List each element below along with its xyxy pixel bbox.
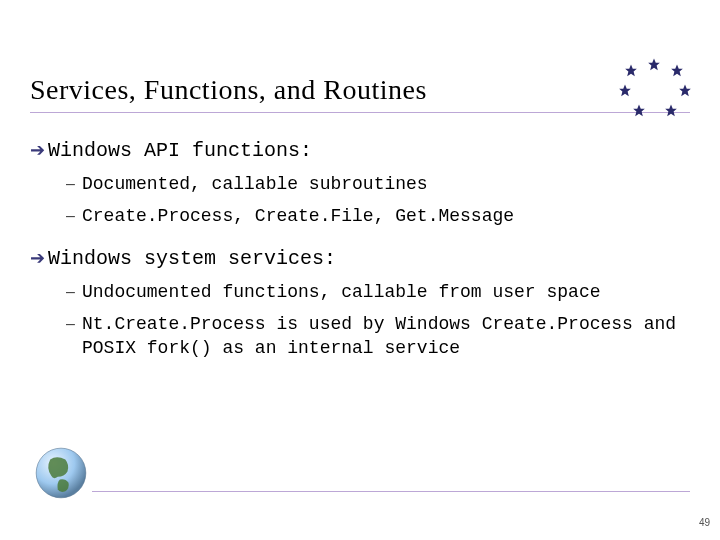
star-icon: [618, 84, 632, 98]
subbullet-item: – Create.Process, Create.File, Get.Messa…: [66, 204, 690, 228]
globe-icon: [34, 446, 88, 500]
svg-marker-1: [671, 65, 683, 77]
subbullet-text: Undocumented functions, callable from us…: [82, 280, 600, 304]
footer-underline: [92, 491, 690, 492]
star-icon: [624, 64, 638, 78]
page-title: Services, Functions, and Routines: [30, 74, 427, 106]
subbullet-text: Documented, callable subroutines: [82, 172, 428, 196]
svg-marker-6: [625, 65, 637, 77]
svg-marker-3: [665, 105, 677, 117]
star-icon: [670, 64, 684, 78]
star-icon: [664, 104, 678, 118]
slide: Services, Functions, and Routines ➔ Wind…: [0, 0, 720, 540]
subbullet-item: – Nt.Create.Process is used by Windows C…: [66, 312, 690, 360]
svg-marker-4: [633, 105, 645, 117]
subbullet-item: – Undocumented functions, callable from …: [66, 280, 690, 304]
svg-marker-2: [679, 85, 691, 97]
dash-icon: –: [66, 172, 82, 196]
dash-icon: –: [66, 312, 82, 336]
star-icon: [632, 104, 646, 118]
star-icon: [647, 58, 661, 72]
arrow-icon: ➔: [30, 246, 48, 270]
title-underline: [30, 112, 690, 113]
bullet-item: ➔ Windows API functions:: [30, 138, 690, 164]
page-number: 49: [699, 517, 710, 528]
dash-icon: –: [66, 204, 82, 228]
arrow-icon: ➔: [30, 138, 48, 162]
bullet-text: Windows system services:: [48, 246, 336, 272]
subbullet-item: – Documented, callable subroutines: [66, 172, 690, 196]
subbullet-text: Create.Process, Create.File, Get.Message: [82, 204, 514, 228]
dash-icon: –: [66, 280, 82, 304]
slide-body: ➔ Windows API functions: – Documented, c…: [30, 130, 690, 368]
star-icon: [678, 84, 692, 98]
bullet-item: ➔ Windows system services:: [30, 246, 690, 272]
subbullet-text: Nt.Create.Process is used by Windows Cre…: [82, 312, 690, 360]
stars-logo: [616, 58, 692, 122]
svg-marker-0: [648, 59, 660, 71]
bullet-text: Windows API functions:: [48, 138, 312, 164]
svg-marker-5: [619, 85, 631, 97]
